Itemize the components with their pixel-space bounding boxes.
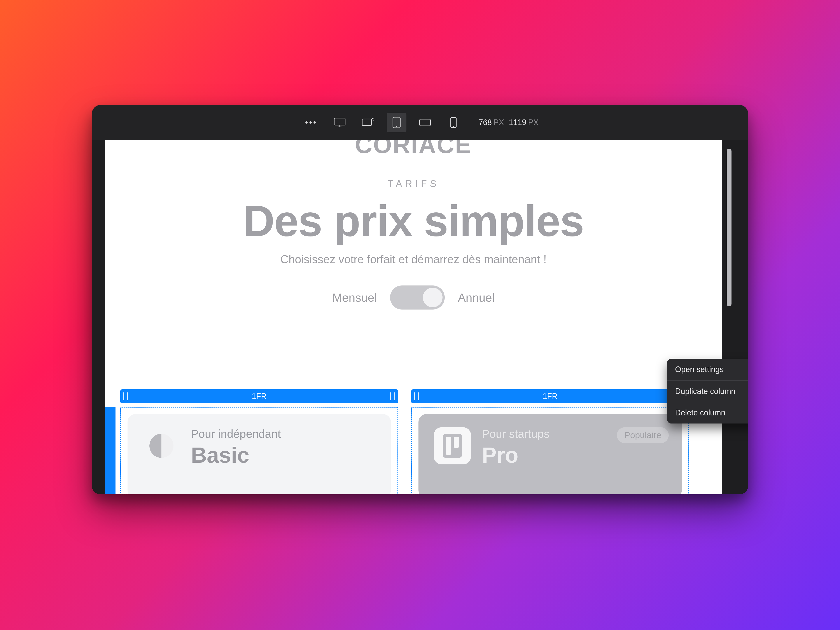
toggle-label-annual[interactable]: Annuel <box>458 291 494 304</box>
mobile-icon <box>450 117 457 128</box>
popular-badge: Populaire <box>617 427 669 443</box>
breakpoint-toolbar: ••• * 768PX 1119PX <box>92 105 748 140</box>
breakpoint-mobile-button[interactable] <box>444 113 463 133</box>
canvas-width-unit: PX <box>494 118 504 127</box>
desktop-icon <box>333 117 346 128</box>
breakpoint-desktop-button[interactable] <box>330 113 350 133</box>
canvas-dimensions: 768PX 1119PX <box>478 118 538 127</box>
grid-column-1-header[interactable]: 1FR <box>120 389 398 403</box>
section-headline: Des prix simples <box>105 196 722 246</box>
basic-card-eyebrow: Pour indépendant <box>191 427 281 441</box>
half-circle-icon <box>149 434 174 458</box>
svg-point-9 <box>453 126 454 127</box>
grid-cell-2[interactable]: Pour startups Pro Populaire <box>411 407 689 494</box>
more-menu-button[interactable]: ••• <box>302 113 321 133</box>
ctx-duplicate-column[interactable]: Duplicate column <box>667 381 748 402</box>
pricing-card-pro[interactable]: Pour startups Pro Populaire <box>418 414 682 494</box>
desktop-large-icon: * <box>362 117 375 128</box>
pricing-card-basic[interactable]: Pour indépendant Basic <box>128 414 391 494</box>
grid-column-1-size: 1FR <box>252 392 267 401</box>
grid-editor-overlay: 1FR Pour indépendant Basic 1FR <box>105 389 722 494</box>
svg-rect-0 <box>334 118 345 125</box>
breakpoint-landscape-button[interactable] <box>415 113 435 133</box>
mobile-landscape-icon <box>419 118 431 127</box>
svg-point-6 <box>396 126 397 127</box>
basic-plan-icon <box>143 427 180 464</box>
grid-column-2-size: 1FR <box>543 392 557 401</box>
brand-logo-text: CORIACE <box>105 140 722 159</box>
tablet-icon <box>392 117 401 128</box>
svg-rect-3 <box>362 119 371 126</box>
billing-toggle-row: Mensuel Annuel <box>105 286 722 309</box>
section-eyebrow: TARIFS <box>105 178 722 189</box>
section-subhead: Choisissez votre forfait et démarrez dès… <box>105 253 722 266</box>
canvas-height-unit: PX <box>528 118 538 127</box>
canvas-width-value[interactable]: 768 <box>478 118 492 127</box>
grid-row-handle[interactable] <box>105 407 115 494</box>
canvas-scrollbar[interactable] <box>727 149 731 306</box>
svg-rect-7 <box>420 119 431 126</box>
pro-plan-icon <box>434 427 471 464</box>
grid-cell-1[interactable]: Pour indépendant Basic <box>120 407 398 494</box>
basic-card-name: Basic <box>191 442 281 468</box>
grid-column-2: 1FR Pour startups Pro Populaire <box>411 389 689 494</box>
svg-text:*: * <box>373 119 374 123</box>
editor-window: ••• * 768PX 1119PX CORIACE TARIFS Des pr… <box>92 105 748 494</box>
canvas-height-value[interactable]: 1119 <box>509 118 526 127</box>
ctx-open-settings[interactable]: Open settings <box>667 359 748 380</box>
grid-column-1: 1FR Pour indépendant Basic <box>120 389 398 494</box>
pro-card-eyebrow: Pour startups <box>482 427 549 441</box>
breakpoint-desktop-large-button[interactable]: * <box>358 113 378 133</box>
ctx-delete-column[interactable]: Delete column <box>667 402 748 423</box>
column-context-menu: Open settings Duplicate column Delete co… <box>667 359 748 423</box>
billing-toggle-switch[interactable] <box>390 286 445 309</box>
breakpoint-tablet-button[interactable] <box>387 113 406 133</box>
pro-card-name: Pro <box>482 442 549 468</box>
board-icon <box>443 434 462 458</box>
toggle-label-monthly[interactable]: Mensuel <box>332 291 377 304</box>
grid-column-2-header[interactable]: 1FR <box>411 389 689 403</box>
ellipsis-icon: ••• <box>305 118 317 127</box>
canvas-area: CORIACE TARIFS Des prix simples Choisiss… <box>92 140 748 494</box>
